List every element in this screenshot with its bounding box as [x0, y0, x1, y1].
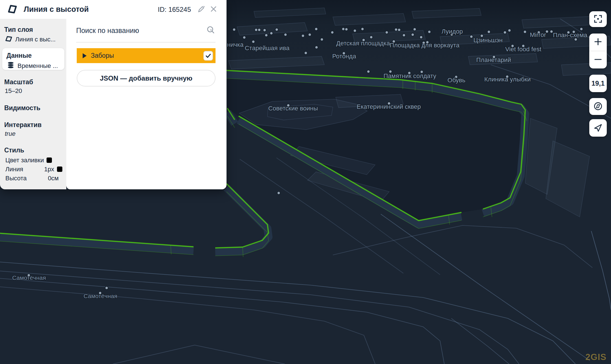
minus-icon: [593, 55, 603, 65]
search-row: [76, 25, 216, 36]
map-label: Екатерининский сквер: [357, 103, 421, 110]
line-layer-icon: [5, 35, 13, 44]
divider: [76, 42, 216, 43]
group-checkbox[interactable]: [203, 51, 213, 61]
plus-icon: [593, 37, 603, 47]
map-label: Клиника улыбки: [484, 76, 531, 83]
zoom-level-value: 19,1: [592, 79, 605, 87]
layer-logo-icon: [6, 3, 18, 16]
map-label: Старейшая ива: [245, 45, 290, 52]
panel-title: Линия с высотой: [24, 5, 89, 14]
style-row-height[interactable]: Высота 0см: [4, 174, 62, 183]
data-value: Временные ...: [7, 61, 58, 70]
map-label: Памятник солдату: [383, 72, 436, 79]
edit-button[interactable]: [195, 3, 207, 16]
navigation-arrow-icon: [593, 123, 603, 134]
layers-icon: [7, 61, 15, 70]
map-label: Mirror: [530, 31, 546, 38]
map-label: Детская площадка: [336, 40, 390, 47]
app: ничкаСтарейшая иваДетская площадкаПлощад…: [0, 0, 611, 364]
zoom-controls: [589, 34, 607, 68]
map-watermark: 2GIS: [585, 352, 606, 362]
map-label: Ротонда: [332, 53, 357, 60]
sidebar-item-data[interactable]: Данные Временные ...: [2, 48, 64, 70]
map-buildings: [227, 8, 611, 221]
style-row-fill[interactable]: Цвет заливки: [4, 156, 62, 165]
scale-value: 15–20: [5, 87, 22, 95]
fullscreen-icon: [593, 14, 603, 25]
panel-header: Линия с высотой ID: 165245: [0, 0, 227, 19]
style-row-line[interactable]: Линия 1px: [4, 165, 62, 174]
map-label: Viet food fest: [505, 46, 541, 53]
check-icon: [205, 52, 212, 59]
layer-panel: Линия с высотой ID: 165245: [0, 0, 227, 189]
fullscreen-button[interactable]: [589, 11, 607, 27]
expand-triangle-icon[interactable]: [83, 53, 87, 58]
map-label: Цзиньшэн: [473, 37, 502, 44]
search-icon[interactable]: [206, 25, 216, 36]
compass-icon: [593, 101, 603, 112]
compass-button[interactable]: [589, 98, 607, 115]
sidebar-item-visibility[interactable]: Видимость: [4, 104, 40, 112]
pencil-icon: [196, 4, 206, 15]
search-input[interactable]: [76, 26, 206, 35]
my-location-button[interactable]: [589, 119, 607, 137]
fill-color-swatch[interactable]: [47, 157, 52, 163]
interactive-value: true: [5, 130, 16, 137]
map-label: Обувь: [447, 77, 465, 84]
street-label: Самотёчная: [12, 274, 46, 281]
layer-id: ID: 165245: [158, 6, 191, 14]
layer-type-value[interactable]: Линия с выс...: [5, 35, 56, 44]
close-button[interactable]: [207, 3, 220, 16]
sidebar-item-layer-type[interactable]: Тип слоя: [4, 26, 33, 34]
zoom-in-button[interactable]: [589, 34, 607, 51]
group-label: Заборы: [91, 52, 114, 59]
data-panel: Заборы JSON — добавить вручную: [66, 19, 227, 189]
map-label: Площадка для воркаута: [390, 42, 460, 49]
close-icon: [209, 5, 218, 14]
sidebar-item-interactive[interactable]: Интерактив: [4, 121, 41, 129]
line-color-swatch[interactable]: [57, 167, 62, 172]
panel-body: Тип слоя Линия с выс... Данные: [0, 19, 227, 189]
map-label: Луидор: [441, 28, 463, 35]
map-label: Планетарий: [476, 56, 511, 63]
group-row-fences[interactable]: Заборы: [77, 48, 216, 63]
sidebar-item-style[interactable]: Стиль: [4, 147, 24, 154]
sidebar-item-scale[interactable]: Масштаб: [4, 78, 33, 86]
json-add-button[interactable]: JSON — добавить вручную: [77, 70, 216, 86]
sidebar: Тип слоя Линия с выс... Данные: [0, 19, 66, 189]
street-label: Самотёчная: [83, 293, 117, 299]
map-label: Советские воины: [268, 105, 318, 112]
map-label: План-схема: [553, 32, 587, 39]
map-label: ничка: [227, 41, 244, 48]
zoom-out-button[interactable]: [589, 51, 607, 68]
zoom-level-button[interactable]: 19,1: [589, 75, 607, 92]
